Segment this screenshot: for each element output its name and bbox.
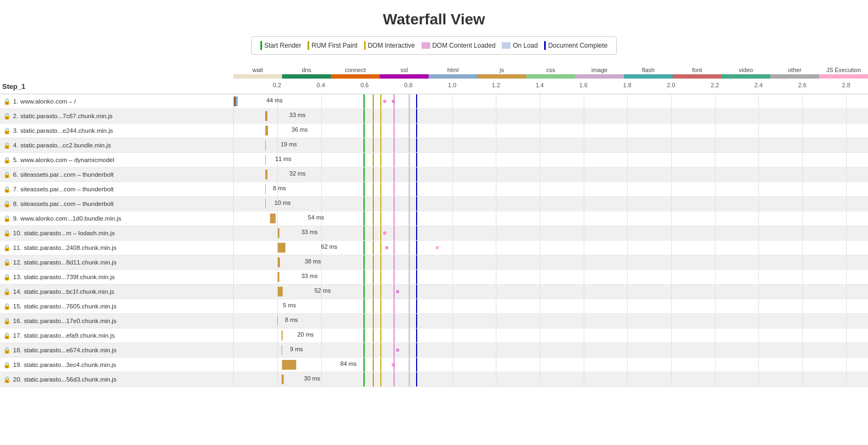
dot-marker xyxy=(385,246,388,249)
marker-line xyxy=(380,167,381,182)
bar-container xyxy=(277,257,302,267)
marker-line xyxy=(373,358,374,372)
lock-icon: 🔒 xyxy=(3,332,11,339)
resource-number: 4. xyxy=(13,142,18,149)
table-row: 🔒16.static.parasto...17e0.chunk.min.js8 … xyxy=(0,314,868,328)
lock-icon: 🔒 xyxy=(3,113,11,120)
timing-text: 8 ms xyxy=(273,185,286,191)
timing-text: 84 ms xyxy=(340,360,356,367)
marker-line xyxy=(409,197,410,211)
legend-item-start-render: Start Render xyxy=(260,41,301,50)
timing-text: 38 ms xyxy=(305,258,321,265)
marker-line xyxy=(363,299,365,313)
lock-icon: 🔒 xyxy=(3,98,11,105)
marker-line xyxy=(416,372,417,386)
lock-icon: 🔒 xyxy=(3,215,11,222)
marker-line xyxy=(409,94,410,108)
timing-text: 11 ms xyxy=(275,156,291,162)
timing-text: 20 ms xyxy=(297,331,314,338)
chart-inner: 36 ms xyxy=(234,124,869,138)
resource-number: 16. xyxy=(13,318,22,324)
resource-number: 6. xyxy=(13,171,18,178)
table-row: 🔒5.www.alonko.com – dynamicmodel11 ms xyxy=(0,153,868,167)
legend-item-dom-content-loaded: DOM Content Loaded xyxy=(422,42,496,49)
marker-line xyxy=(409,255,410,269)
bar-container xyxy=(282,345,288,355)
lock-icon: 🔒 xyxy=(3,230,11,237)
marker-line xyxy=(363,94,365,108)
marker-line xyxy=(409,270,410,284)
table-row: 🔒20.static.parasto...56d3.chunk.min.js30… xyxy=(0,372,868,387)
marker-line xyxy=(363,255,365,269)
timing-text: 36 ms xyxy=(291,126,308,133)
timing-text: 9 ms xyxy=(290,346,303,352)
resource-name: static.parasto...efa9.chunk.min.js xyxy=(24,332,114,339)
resource-number: 14. xyxy=(13,288,22,295)
marker-line xyxy=(416,270,417,284)
marker-line xyxy=(363,328,365,343)
dot-marker xyxy=(383,231,386,235)
table-row: 🔒12.static.parasto...8d11.chunk.min.js38… xyxy=(0,255,868,270)
marker-line xyxy=(393,358,395,372)
marker-line xyxy=(416,197,417,211)
resource-number: 20. xyxy=(13,376,22,383)
marker-line xyxy=(373,328,374,343)
marker-line xyxy=(373,255,374,269)
marker-line xyxy=(363,197,365,211)
marker-line xyxy=(416,182,417,196)
table-row: 🔒13.static.parasto...739f.chunk.min.js33… xyxy=(0,270,868,285)
marker-line xyxy=(373,167,374,182)
lock-icon: 🔒 xyxy=(3,318,11,325)
table-row: 🔒17.static.parasto...efa9.chunk.min.js20… xyxy=(0,328,868,343)
resource-number: 11. xyxy=(13,244,22,251)
bar-container xyxy=(277,272,299,282)
table-row: 🔒18.static.parasto...e674.chunk.min.js9 … xyxy=(0,343,868,358)
marker-line xyxy=(409,343,410,357)
chart-inner: 8 ms xyxy=(234,314,869,328)
resource-type-video: video xyxy=(722,67,770,79)
chart-inner: 5 ms xyxy=(234,299,869,313)
marker-line xyxy=(393,314,395,328)
bar-container xyxy=(265,199,272,209)
marker-line xyxy=(380,182,381,196)
marker-line xyxy=(416,241,417,255)
marker-line xyxy=(393,167,395,182)
marker-line xyxy=(409,182,410,196)
resource-number: 17. xyxy=(13,332,22,339)
timing-text: 54 ms xyxy=(308,214,324,221)
marker-line xyxy=(380,241,381,255)
lock-icon: 🔒 xyxy=(3,244,11,251)
marker-line xyxy=(416,167,417,182)
bar-container xyxy=(265,126,289,136)
resource-type-other: other xyxy=(770,67,819,79)
marker-line xyxy=(393,197,395,211)
marker-line xyxy=(409,372,410,386)
bar-container xyxy=(277,301,280,311)
marker-line xyxy=(416,358,417,372)
marker-line xyxy=(373,109,374,123)
marker-line xyxy=(373,153,374,167)
bar-container xyxy=(282,331,295,340)
chart-inner: 11 ms xyxy=(234,153,869,167)
marker-line xyxy=(373,285,374,299)
resource-name: static.parasto...739f.chunk.min.js xyxy=(24,274,114,280)
bar-container xyxy=(265,155,273,165)
marker-line xyxy=(373,197,374,211)
marker-line xyxy=(416,211,417,225)
resource-number: 13. xyxy=(13,274,22,280)
page-title: Waterfall View xyxy=(0,0,868,36)
resource-number: 19. xyxy=(13,362,22,368)
marker-line xyxy=(380,314,381,328)
chart-inner: 84 ms xyxy=(234,358,869,372)
resource-name: www.alonko.com – dynamicmodel xyxy=(21,157,114,163)
bar-container xyxy=(265,184,271,194)
marker-line xyxy=(409,226,410,240)
marker-line xyxy=(409,167,410,182)
dot-marker xyxy=(383,100,386,103)
resource-name: static.parasto...7605.chunk.min.js xyxy=(24,303,117,309)
lock-icon: 🔒 xyxy=(3,127,11,134)
marker-line xyxy=(416,124,417,138)
marker-line xyxy=(373,270,374,284)
marker-line xyxy=(393,270,395,284)
marker-line xyxy=(363,153,365,167)
